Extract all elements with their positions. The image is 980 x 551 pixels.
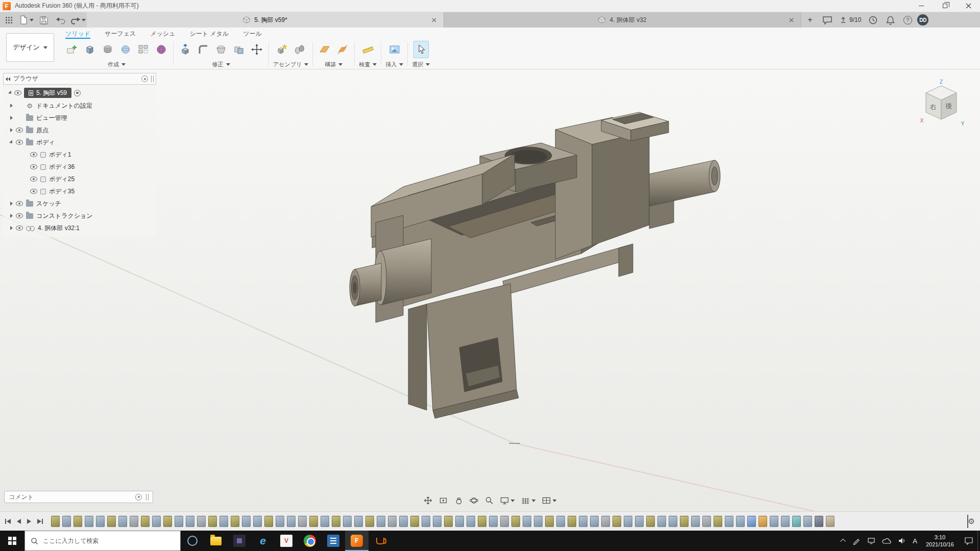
orbit-button[interactable] [470,496,479,505]
photo-app-icon[interactable] [228,531,251,551]
visibility-eye-icon[interactable] [16,128,23,133]
timeline-feature[interactable] [51,516,60,527]
document-tab-body[interactable]: 4. 胴体部 v32 [444,12,801,28]
app-grid-button[interactable] [0,12,17,28]
volume-tray-icon[interactable] [898,537,906,545]
expand-arrow-icon[interactable] [10,116,13,120]
timeline-feature[interactable] [612,516,621,527]
ribbon-tab-solid[interactable]: ソリッド [65,30,90,39]
timeline-feature[interactable] [455,516,464,527]
tray-expand-chevron-icon[interactable] [840,539,846,544]
timeline-feature[interactable] [410,516,419,527]
timeline-play-button[interactable] [27,519,31,524]
box-button[interactable] [82,41,97,58]
internet-explorer-icon[interactable]: e [251,531,275,551]
comments-button[interactable] [819,12,836,28]
browser-item-body-25[interactable]: ボディ25 [3,173,156,185]
minimize-button[interactable] [910,0,933,12]
insert-group-label[interactable]: 挿入 [385,61,403,68]
timeline-feature[interactable] [242,516,251,527]
tab-close-button[interactable] [429,15,438,24]
panel-resize-grip[interactable] [151,76,154,82]
active-document-chip[interactable]: 5. 胸部 v59 [24,88,71,98]
timeline-feature[interactable] [152,516,161,527]
new-component-button[interactable] [274,41,289,58]
browser-item-document-settings[interactable]: ドキュメントの設定 [3,99,156,112]
visibility-eye-icon[interactable] [30,189,37,194]
timeline-feature[interactable] [208,516,217,527]
panel-resize-grip[interactable] [146,494,149,500]
timeline-feature[interactable] [747,516,756,527]
timeline-step-back-button[interactable] [17,519,21,524]
timeline-feature[interactable] [792,516,801,527]
create-sketch-button[interactable] [64,41,80,58]
ribbon-tab-sheet-metal[interactable]: シート メタル [189,30,229,39]
visibility-eye-icon[interactable] [16,140,23,145]
chrome-icon[interactable] [298,531,322,551]
timeline-go-to-start-button[interactable] [5,519,11,524]
job-status-button[interactable]: 9/10 [836,12,864,28]
tab-close-button[interactable] [787,15,796,24]
timeline-feature[interactable] [365,516,374,527]
taskbar-search[interactable]: ここに入力して検索 [24,531,181,551]
timeline-feature[interactable] [758,516,767,527]
timeline-feature[interactable] [231,516,239,527]
browser-item-linked-component[interactable]: 4. 胴体部 v32:1 [3,222,156,234]
expand-arrow-icon[interactable] [10,104,13,108]
display-tray-icon[interactable] [867,537,875,545]
visibility-eye-icon[interactable] [30,152,37,157]
timeline-feature[interactable] [511,516,520,527]
ribbon-tab-tools[interactable]: ツール [243,30,262,39]
chest-part-model[interactable] [350,112,720,418]
job-history-button[interactable] [864,12,881,28]
collapse-panel-icon[interactable] [6,77,10,81]
timeline-feature[interactable] [815,516,823,527]
move-button[interactable] [249,41,264,58]
pen-tray-icon[interactable] [852,537,861,545]
timeline-feature[interactable] [96,516,105,527]
hand-pan-button[interactable] [454,496,463,505]
display-settings-button[interactable] [500,496,515,505]
construct-group-label[interactable]: 構築 [325,61,342,68]
insert-canvas-button[interactable] [387,41,402,58]
timeline-feature[interactable] [770,516,778,527]
document-tab-chest[interactable]: 5. 胸部 v59* [87,12,444,28]
timeline-feature[interactable] [377,516,385,527]
timeline-feature[interactable] [736,516,745,527]
zoom-button[interactable] [485,496,494,505]
create-group-label[interactable]: 作成 [108,61,126,68]
revolve-button[interactable] [100,41,115,58]
look-at-button[interactable] [439,496,448,505]
close-button[interactable] [957,0,980,12]
action-center-button[interactable] [960,531,977,551]
comment-input[interactable]: コメント [4,491,153,503]
ribbon-tab-surface[interactable]: サーフェス [105,30,136,39]
timeline-feature[interactable] [287,516,296,527]
fusion360-icon[interactable]: F [345,531,369,551]
timeline-feature[interactable] [62,516,71,527]
modify-group-label[interactable]: 修正 [212,61,230,68]
visibility-eye-icon[interactable] [14,90,21,95]
visibility-eye-icon[interactable] [30,164,37,169]
expand-arrow-icon[interactable] [10,128,13,132]
timeline-feature[interactable] [781,516,790,527]
timeline-feature[interactable] [534,516,543,527]
timeline-feature[interactable] [691,516,700,527]
combine-button[interactable] [231,41,247,58]
timeline-feature[interactable] [163,516,172,527]
timeline-feature[interactable] [388,516,397,527]
shell-button[interactable] [213,41,229,58]
timeline-feature[interactable] [298,516,307,527]
timeline-feature[interactable] [175,516,183,527]
browser-header[interactable]: ブラウザ [3,73,156,85]
timeline-go-to-end-button[interactable] [37,519,43,524]
timeline-feature[interactable] [422,516,430,527]
ime-indicator[interactable]: A [913,537,917,545]
timeline-feature[interactable] [523,516,531,527]
timeline-feature[interactable] [579,516,587,527]
create-form-button[interactable] [154,41,169,58]
press-pull-button[interactable] [178,41,193,58]
timeline-track[interactable] [51,516,965,527]
expand-arrow-icon[interactable] [8,90,13,95]
browser-item-body-35[interactable]: ボディ35 [3,185,156,197]
